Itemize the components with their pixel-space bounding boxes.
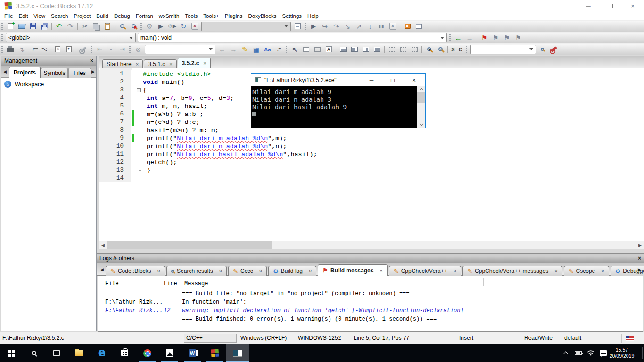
column-header-file[interactable]: File: [105, 280, 119, 287]
menu-debug[interactable]: Debug: [111, 11, 133, 20]
win-bottom-button[interactable]: [338, 44, 348, 55]
build-message-row-3[interactable]: F:\Fathur Rizk...: [105, 307, 163, 314]
paste-button[interactable]: [102, 21, 113, 32]
run-to-cursor-button[interactable]: ↪: [320, 21, 330, 32]
menu-project[interactable]: Project: [71, 11, 94, 20]
console-titlebar[interactable]: "F:\Fathur Rizky\1\3.5.2.exe" ─ ◻ ×: [251, 74, 425, 86]
workspace-tree-item[interactable]: ⌂ Workspace: [1, 80, 96, 89]
menu-help[interactable]: Help: [305, 11, 322, 20]
symbol-combo[interactable]: main() : void: [138, 33, 447, 42]
build-message-row-2[interactable]: F:\Fathur Rizk...: [105, 299, 163, 305]
menu-file[interactable]: File: [1, 11, 16, 20]
highlight-matches-button[interactable]: ✎: [239, 44, 250, 55]
logs-close-icon[interactable]: ×: [638, 255, 641, 262]
management-tabs-scroll-right[interactable]: ▶: [91, 69, 95, 74]
spell-label-button[interactable]: S: [450, 44, 456, 55]
compiler-options-button[interactable]: [292, 21, 303, 32]
comment-line-button[interactable]: *<: [41, 44, 49, 55]
search-next-button[interactable]: →: [228, 44, 239, 55]
dash-box-3-button[interactable]: [409, 44, 420, 55]
replace-button[interactable]: R: [128, 21, 139, 32]
taskbar-photos[interactable]: [158, 344, 181, 362]
zoom-out-button[interactable]: −: [435, 44, 446, 55]
logs-tabs-scroll-right[interactable]: ▶: [636, 266, 643, 273]
run-doxywizard-button[interactable]: [5, 44, 16, 55]
undo-button[interactable]: ↶: [54, 21, 64, 32]
menu-plugins[interactable]: Plugins: [222, 11, 246, 20]
prev-bookmark-button[interactable]: ⚑: [490, 33, 501, 43]
taskbar-file-explorer[interactable]: [68, 344, 91, 362]
run-button[interactable]: ▶: [156, 21, 166, 32]
hscroll-thumb[interactable]: [107, 241, 272, 249]
console-scroll-thumb[interactable]: [417, 92, 425, 103]
logs-tab-cppcheck-vera-messages[interactable]: ✎CppCheck/Vera++ messages×: [462, 266, 562, 276]
debugging-windows-button[interactable]: [402, 21, 413, 32]
doxy-help-button[interactable]: ?: [64, 44, 74, 55]
pointer-mode-button[interactable]: ↖: [289, 44, 300, 55]
menu-wxsmith[interactable]: wxSmith: [156, 11, 182, 20]
task-view-button[interactable]: [45, 344, 68, 362]
open-file-button[interactable]: [17, 21, 27, 32]
console-scrollbar[interactable]: [417, 86, 425, 128]
console-minimize-button[interactable]: ─: [364, 74, 379, 86]
build-and-run-button[interactable]: ⚙▶: [167, 21, 177, 32]
logs-tab-build-messages[interactable]: ⚑Build messages×: [318, 264, 387, 276]
tab-close-icon[interactable]: ×: [157, 268, 160, 274]
taskbar-word[interactable]: W: [181, 344, 204, 362]
insert-box-button[interactable]: [312, 44, 322, 55]
taskbar-console-window[interactable]: [226, 344, 249, 362]
menu-settings[interactable]: Settings: [280, 11, 305, 20]
tray-expand-chevron[interactable]: [560, 344, 571, 362]
stop-debugger-button[interactable]: ×: [388, 21, 398, 32]
editor-hscrollbar[interactable]: ◀ ▶: [99, 241, 644, 249]
step-out-button[interactable]: ↗: [354, 21, 364, 32]
match-case-button[interactable]: Aa: [262, 44, 272, 55]
doxy-doc-button[interactable]: ☺: [52, 44, 63, 55]
dash-box-1-button[interactable]: [387, 44, 397, 55]
show-desktop-button[interactable]: [642, 347, 643, 359]
menu-tools[interactable]: Tools+: [200, 11, 222, 20]
extract-docs-button[interactable]: ↴: [17, 44, 27, 55]
taskbar-store[interactable]: [113, 344, 136, 362]
tab-close-icon[interactable]: ×: [454, 268, 456, 274]
zoom-in-button[interactable]: +: [424, 44, 434, 55]
select-block-button[interactable]: ▦: [251, 44, 261, 55]
wifi-icon[interactable]: [585, 344, 597, 362]
tab-close-icon[interactable]: ×: [169, 61, 172, 67]
copy-button[interactable]: [91, 21, 101, 32]
logs-tab-cscope[interactable]: ✎Cscope×: [564, 266, 609, 276]
find-button[interactable]: [117, 21, 127, 32]
menu-view[interactable]: View: [31, 11, 48, 20]
tab-symbols[interactable]: Symbols: [41, 68, 68, 78]
column-header-message[interactable]: Message: [184, 280, 208, 287]
menu-build[interactable]: Build: [93, 11, 111, 20]
next-bookmark-button[interactable]: ⚑: [502, 33, 512, 43]
doxy-settings-button[interactable]: [78, 44, 89, 55]
taskbar-search[interactable]: [23, 344, 45, 362]
menu-doxyblocks[interactable]: DoxyBlocks: [245, 11, 279, 20]
management-close-icon[interactable]: ×: [90, 58, 93, 64]
console-close-button[interactable]: ×: [407, 74, 421, 86]
save-button[interactable]: [28, 21, 38, 32]
menu-edit[interactable]: Edit: [16, 11, 31, 20]
debug-continue-button[interactable]: ▶: [308, 21, 319, 32]
build-message-row-4[interactable]: === Build finished: 0 error(s), 1 warnin…: [182, 316, 437, 322]
clear-search-button[interactable]: ⊗: [133, 44, 143, 55]
tab-close-icon[interactable]: ×: [601, 268, 604, 274]
goto-next-button[interactable]: →: [464, 33, 475, 43]
restore-button[interactable]: [603, 0, 619, 11]
build-message-row-3[interactable]: warning: implicit declaration of functio…: [182, 307, 464, 314]
tab-close-icon[interactable]: ×: [554, 268, 557, 274]
step-into-button[interactable]: ↘: [342, 21, 353, 32]
console-scroll-down-icon[interactable]: [417, 122, 425, 128]
symtab-combo[interactable]: [470, 45, 536, 54]
build-message-row-3[interactable]: 12: [164, 307, 170, 314]
various-info-button[interactable]: [413, 21, 424, 32]
redo-button[interactable]: ↷: [65, 21, 75, 32]
taskbar-codeblocks[interactable]: [204, 344, 226, 362]
select-rect-button[interactable]: [301, 44, 311, 55]
regex-search-button[interactable]: .*: [273, 44, 284, 55]
editor-tab-3-5-1-c[interactable]: 3.5.1.c×: [144, 59, 176, 68]
logs-tab-code-blocks[interactable]: ✎Code::Blocks×: [106, 266, 165, 276]
dash-box-2-button[interactable]: [398, 44, 408, 55]
